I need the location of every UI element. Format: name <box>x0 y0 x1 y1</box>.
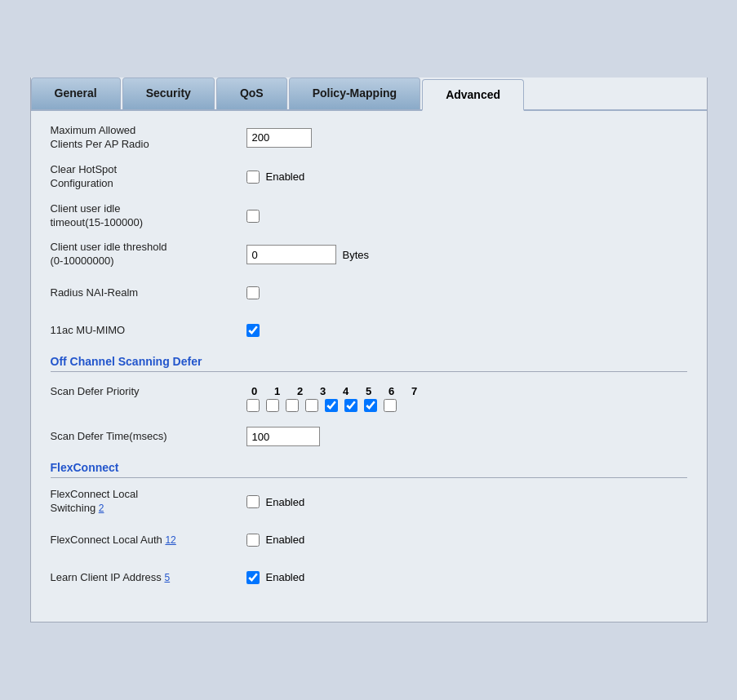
tab-bar: General Security QoS Policy-Mapping Adva… <box>31 78 707 111</box>
priority-num-3: 3 <box>317 385 330 397</box>
learn-client-ip-row: Learn Client IP Address 5 Enabled <box>51 565 687 591</box>
max-clients-row: Maximum AllowedClients Per AP Radio <box>51 124 687 152</box>
scan-defer-time-control <box>246 427 320 446</box>
radius-nai-realm-label: Radius NAI-Realm <box>51 286 246 300</box>
priority-cb-6[interactable] <box>364 399 377 412</box>
max-clients-label: Maximum AllowedClients Per AP Radio <box>51 124 246 152</box>
flexconnect-local-auth-enabled-label: Enabled <box>266 534 305 546</box>
flexconnect-local-auth-link[interactable]: 12 <box>165 534 175 546</box>
priority-num-0: 0 <box>248 385 261 397</box>
client-idle-threshold-row: Client user idle threshold(0-10000000) B… <box>51 241 687 268</box>
tab-general[interactable]: General <box>31 78 121 109</box>
priority-cb-1[interactable] <box>266 399 279 412</box>
flexconnect-local-switching-link[interactable]: 2 <box>99 503 104 514</box>
scan-defer-priority-group: 0 1 2 3 4 5 6 7 <box>246 385 421 412</box>
off-channel-divider <box>51 371 687 372</box>
flexconnect-section-header: FlexConnect <box>51 461 687 474</box>
radius-nai-realm-row: Radius NAI-Realm <box>51 280 687 306</box>
scan-defer-time-row: Scan Defer Time(msecs) <box>51 423 687 450</box>
clear-hotspot-label: Clear HotSpotConfiguration <box>51 163 246 191</box>
mu-mimo-checkbox[interactable] <box>246 324 260 337</box>
priority-checkboxes <box>246 399 421 412</box>
priority-numbers: 0 1 2 3 4 5 6 7 <box>248 385 421 397</box>
max-clients-input[interactable] <box>246 128 312 148</box>
flexconnect-local-auth-control: Enabled <box>246 534 305 547</box>
learn-client-ip-checkbox[interactable] <box>246 571 260 584</box>
flexconnect-local-switching-control: Enabled <box>246 495 305 508</box>
scan-defer-priority-row: Scan Defer Priority 0 1 2 3 4 5 6 7 <box>51 382 687 412</box>
priority-cb-5[interactable] <box>344 399 357 412</box>
priority-num-1: 1 <box>271 385 284 397</box>
learn-client-ip-label: Learn Client IP Address 5 <box>51 571 246 585</box>
tab-advanced[interactable]: Advanced <box>422 79 524 111</box>
priority-num-2: 2 <box>294 385 307 397</box>
priority-cb-2[interactable] <box>286 399 299 412</box>
priority-num-7: 7 <box>408 385 421 397</box>
clear-hotspot-checkbox[interactable] <box>246 171 260 184</box>
content-area: Maximum AllowedClients Per AP Radio Clea… <box>31 111 707 622</box>
flexconnect-local-auth-label: FlexConnect Local Auth 12 <box>51 534 246 547</box>
flexconnect-divider <box>51 477 687 478</box>
client-idle-threshold-control: Bytes <box>246 245 370 264</box>
mu-mimo-control <box>246 324 260 337</box>
tab-qos[interactable]: QoS <box>216 78 287 109</box>
mu-mimo-label: 11ac MU-MIMO <box>51 324 246 338</box>
flexconnect-local-switching-row: FlexConnect LocalSwitching 2 Enabled <box>51 488 687 516</box>
max-clients-control <box>246 128 312 148</box>
client-idle-threshold-label: Client user idle threshold(0-10000000) <box>51 241 246 268</box>
clear-hotspot-row: Clear HotSpotConfiguration Enabled <box>51 163 687 191</box>
scan-defer-priority-label: Scan Defer Priority <box>51 385 246 399</box>
priority-cb-3[interactable] <box>305 399 318 412</box>
priority-num-6: 6 <box>385 385 398 397</box>
client-idle-threshold-unit: Bytes <box>343 249 370 261</box>
learn-client-ip-link[interactable]: 5 <box>164 572 170 583</box>
clear-hotspot-enabled-label: Enabled <box>266 171 305 183</box>
tab-security[interactable]: Security <box>122 78 215 109</box>
radius-nai-realm-checkbox[interactable] <box>246 286 260 299</box>
client-idle-timeout-label: Client user idletimeout(15-100000) <box>51 202 246 230</box>
priority-cb-7[interactable] <box>384 399 397 412</box>
learn-client-ip-enabled-label: Enabled <box>266 571 305 583</box>
priority-num-4: 4 <box>340 385 353 397</box>
flexconnect-local-switching-enabled-label: Enabled <box>266 496 305 508</box>
priority-num-5: 5 <box>362 385 375 397</box>
main-panel: General Security QoS Policy-Mapping Adva… <box>30 78 708 622</box>
scan-defer-time-input[interactable] <box>246 427 320 446</box>
radius-nai-realm-control <box>246 286 260 299</box>
priority-cb-4[interactable] <box>325 399 338 412</box>
clear-hotspot-control: Enabled <box>246 171 305 184</box>
flexconnect-local-auth-checkbox[interactable] <box>246 534 260 547</box>
client-idle-threshold-input[interactable] <box>246 245 336 264</box>
priority-cb-0[interactable] <box>246 399 260 412</box>
flexconnect-local-switching-label: FlexConnect LocalSwitching 2 <box>51 488 246 516</box>
mu-mimo-row: 11ac MU-MIMO <box>51 317 687 343</box>
scan-defer-time-label: Scan Defer Time(msecs) <box>51 430 246 444</box>
client-idle-timeout-checkbox[interactable] <box>246 210 260 223</box>
client-idle-timeout-control <box>246 210 260 223</box>
flexconnect-local-switching-checkbox[interactable] <box>246 495 260 508</box>
flexconnect-local-auth-row: FlexConnect Local Auth 12 Enabled <box>51 527 687 553</box>
client-idle-timeout-row: Client user idletimeout(15-100000) <box>51 202 687 230</box>
learn-client-ip-control: Enabled <box>246 571 305 584</box>
off-channel-section-header: Off Channel Scanning Defer <box>51 355 687 368</box>
tab-policy-mapping[interactable]: Policy-Mapping <box>289 78 420 109</box>
